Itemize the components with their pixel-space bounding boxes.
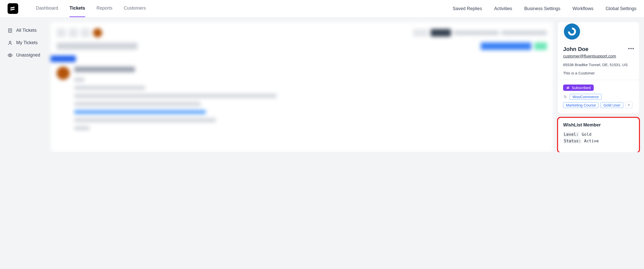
sidebar-my-tickets[interactable]: My Tickets xyxy=(5,37,45,49)
tag-icon xyxy=(563,95,568,99)
svg-point-4 xyxy=(9,41,11,43)
app-logo[interactable] xyxy=(8,3,18,14)
nav-tickets[interactable]: Tickets xyxy=(70,0,85,17)
customer-pane: ••• John Doe customer@fluentsupport.com … xyxy=(558,22,639,152)
nav-main: Dashboard Tickets Reports Customers xyxy=(36,0,146,17)
sidebar-item-label: All Tickets xyxy=(16,28,37,33)
sidebar-all-tickets[interactable]: All Tickets xyxy=(5,24,45,37)
customer-avatar xyxy=(562,21,582,42)
subscribed-icon xyxy=(566,86,570,90)
sidebar-unassigned[interactable]: Unassigned xyxy=(5,49,45,61)
customer-name: John Doe xyxy=(563,46,634,52)
nav-workflows[interactable]: Workflows xyxy=(572,1,593,17)
nav-activities[interactable]: Activities xyxy=(494,1,512,17)
tag-woocommerce[interactable]: WooCommerce xyxy=(570,94,602,100)
wishlist-status-value: Active xyxy=(584,139,599,143)
wishlist-member-card: WishList Member Level: Gold Status: Acti… xyxy=(558,118,639,152)
eye-icon xyxy=(8,53,13,58)
nav-reports[interactable]: Reports xyxy=(97,0,112,17)
wishlist-status: Status: Active xyxy=(563,138,634,144)
nav-dashboard[interactable]: Dashboard xyxy=(36,0,58,17)
user-icon xyxy=(8,40,13,45)
wishlist-level: Level: Gold xyxy=(563,131,634,138)
tags-row: WooCommerce Marketing Course Gold User + xyxy=(563,94,634,108)
ticket-detail-pane xyxy=(51,22,553,152)
wishlist-level-key: Level: xyxy=(563,132,579,137)
wishlist-status-key: Status: xyxy=(563,138,582,144)
svg-point-5 xyxy=(10,55,11,56)
customer-email[interactable]: customer@fluentsupport.com xyxy=(563,54,634,59)
subscribed-label: Subscribed xyxy=(572,86,591,90)
gravatar-icon xyxy=(567,26,577,37)
tag-marketing-course[interactable]: Marketing Course xyxy=(563,102,599,108)
file-icon xyxy=(8,28,13,33)
subscribed-badge: Subscribed xyxy=(563,85,594,91)
customer-address: 65538 Bradtke Tunnel, DE, 51531, US xyxy=(563,63,634,67)
nav-customers[interactable]: Customers xyxy=(124,0,146,17)
tag-gold-user[interactable]: Gold User xyxy=(601,102,623,108)
wishlist-level-value: Gold xyxy=(582,132,591,137)
more-options-button[interactable]: ••• xyxy=(628,46,634,51)
logo-icon xyxy=(10,5,16,12)
customer-note: This is a Customer xyxy=(563,71,634,75)
wishlist-title: WishList Member xyxy=(563,122,634,128)
sidebar-item-label: Unassigned xyxy=(16,52,40,58)
divider xyxy=(558,80,639,80)
top-header: Dashboard Tickets Reports Customers Save… xyxy=(0,0,644,17)
sidebar-item-label: My Tickets xyxy=(16,40,38,45)
nav-saved-replies[interactable]: Saved Replies xyxy=(453,1,482,17)
add-tag-button[interactable]: + xyxy=(625,102,632,108)
svg-point-7 xyxy=(564,96,565,96)
nav-right: Saved Replies Activities Business Settin… xyxy=(453,1,636,17)
sidebar: All Tickets My Tickets Unassigned xyxy=(0,17,51,152)
customer-card: ••• John Doe customer@fluentsupport.com … xyxy=(558,22,639,113)
nav-global-settings[interactable]: Global Settings xyxy=(606,1,636,17)
nav-business-settings[interactable]: Business Settings xyxy=(524,1,560,17)
